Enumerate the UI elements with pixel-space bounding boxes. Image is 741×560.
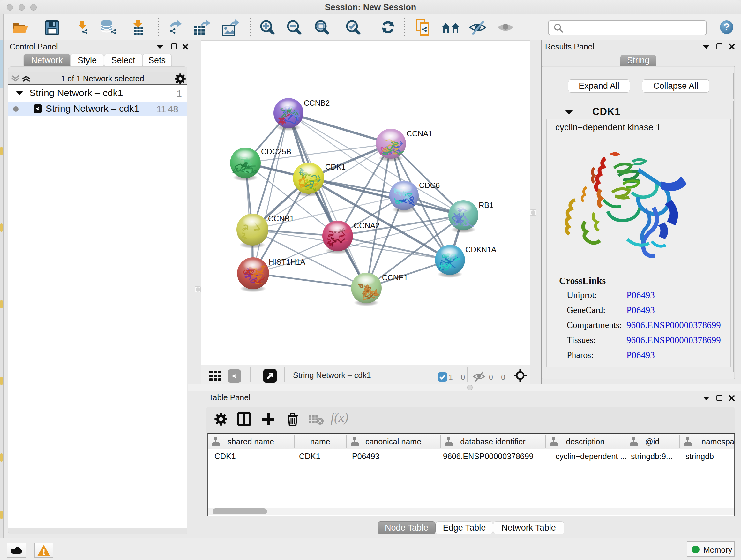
- svg-text:CCNE1: CCNE1: [382, 273, 408, 282]
- svg-text:HIST1H1A: HIST1H1A: [269, 258, 306, 266]
- svg-text:CDK1: CDK1: [325, 163, 346, 171]
- svg-text:CDC25B: CDC25B: [261, 147, 291, 156]
- svg-text:CCNB1: CCNB1: [268, 214, 294, 223]
- svg-text:RB1: RB1: [479, 201, 494, 209]
- svg-text:CCNA1: CCNA1: [407, 129, 432, 138]
- svg-text:CCNB2: CCNB2: [304, 99, 330, 107]
- svg-text:CCNA2: CCNA2: [354, 221, 380, 230]
- svg-text:CDC6: CDC6: [419, 181, 440, 190]
- svg-text:CDKN1A: CDKN1A: [465, 245, 496, 254]
